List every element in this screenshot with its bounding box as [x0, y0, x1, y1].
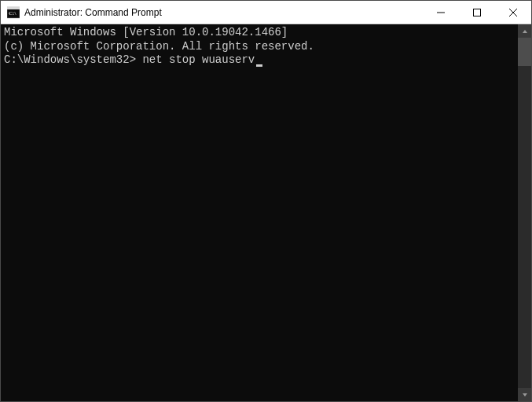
output-line: (c) Microsoft Corporation. All rights re…	[4, 40, 515, 54]
titlebar[interactable]: C:\ Administrator: Command Prompt	[1, 1, 531, 24]
scrollbar-thumb[interactable]	[518, 38, 531, 66]
output-line: Microsoft Windows [Version 10.0.19042.14…	[4, 26, 515, 40]
terminal-output[interactable]: Microsoft Windows [Version 10.0.19042.14…	[1, 24, 518, 401]
scroll-down-button[interactable]	[518, 388, 531, 401]
content-area: Microsoft Windows [Version 10.0.19042.14…	[1, 24, 531, 401]
scroll-up-button[interactable]	[518, 24, 531, 38]
svg-rect-4	[474, 9, 481, 16]
command-prompt-window: C:\ Administrator: Command Prompt Micros…	[0, 0, 532, 402]
typed-command: net stop wuauserv	[142, 53, 255, 66]
window-title: Administrator: Command Prompt	[24, 7, 423, 18]
minimize-button[interactable]	[423, 1, 459, 24]
cmd-icon: C:\	[7, 6, 20, 19]
prompt-path: C:\Windows\system32>	[4, 53, 136, 66]
prompt-line: C:\Windows\system32> net stop wuauserv	[4, 53, 515, 68]
svg-rect-1	[7, 7, 20, 9]
svg-marker-7	[523, 30, 527, 33]
maximize-button[interactable]	[459, 1, 495, 24]
window-controls	[423, 1, 531, 24]
vertical-scrollbar[interactable]	[518, 24, 531, 401]
svg-text:C:\: C:\	[9, 10, 17, 16]
close-button[interactable]	[495, 1, 531, 24]
svg-marker-8	[523, 393, 527, 397]
text-cursor-icon	[256, 64, 262, 67]
